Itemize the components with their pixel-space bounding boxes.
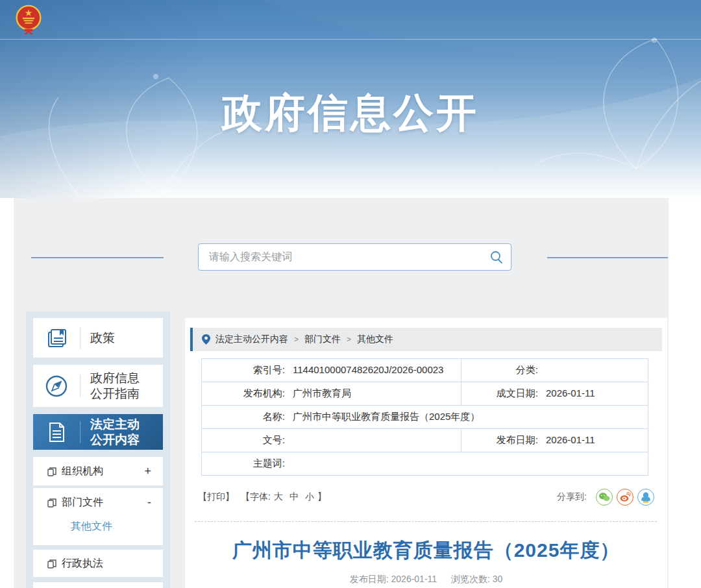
pages-icon — [47, 467, 56, 476]
font-size-large-button[interactable]: 大 — [274, 491, 283, 503]
sidebar-item-label: 政府信息公开指南 — [80, 371, 163, 402]
table-row: 索引号:11440100007482620J/2026-00023 分类: — [202, 359, 648, 382]
meta-written-date-cell: 成文日期:2026-01-11 — [461, 382, 648, 406]
page-banner: 政府信息公开 — [0, 0, 701, 198]
sidebar-item-legal-disclosure[interactable]: 法定主动公开内容 — [33, 414, 163, 450]
table-row: 名称:广州市中等职业教育质量报告（2025年度） — [202, 406, 648, 429]
subitem-label: 行政执法 — [62, 557, 151, 570]
sidebar-item-label: 政策 — [80, 330, 163, 346]
document-icon — [33, 421, 80, 444]
font-size-label: 【字体: — [241, 491, 271, 503]
search-icon — [489, 250, 504, 264]
table-row: 主题词: — [202, 452, 648, 476]
sidebar-subitem-partial — [33, 582, 163, 588]
page-title: 政府信息公开 — [0, 86, 701, 140]
sidebar-item-policy[interactable]: 政策 — [33, 318, 163, 358]
search-bar — [198, 243, 511, 271]
article-meta-line: 发布日期: 2026-01-11 浏览次数: 30 — [185, 574, 667, 585]
font-size-small-button[interactable]: 小 — [305, 491, 314, 503]
article-title: 广州市中等职业教育质量报告（2025年度） — [185, 537, 667, 564]
sidebar-subitem-other-files[interactable]: 其他文件 — [33, 517, 163, 539]
subitem-label: 组织机构 — [62, 465, 144, 478]
qq-icon — [641, 492, 650, 503]
weibo-share-button[interactable] — [617, 489, 633, 506]
weibo-icon — [619, 492, 631, 502]
main-panel: 法定主动公开内容 > 部门文件 > 其他文件 索引号:1144010000748… — [185, 318, 667, 588]
table-row: 发布机构:广州市教育局 成文日期:2026-01-11 — [202, 382, 648, 406]
collapse-minus-icon[interactable]: - — [147, 496, 151, 509]
publish-date-value: 2026-01-11 — [391, 574, 437, 584]
sidebar-subitem-organization[interactable]: 组织机构 + — [33, 457, 163, 485]
qq-share-button[interactable] — [637, 489, 654, 506]
font-size-medium-button[interactable]: 中 — [289, 491, 299, 503]
breadcrumb-item-root[interactable]: 法定主动公开内容 — [215, 334, 288, 345]
sidebar-item-guide[interactable]: 政府信息公开指南 — [33, 365, 163, 407]
breadcrumb-separator: > — [347, 335, 351, 344]
sidebar-subitem-law-enforcement[interactable]: 行政执法 — [33, 550, 163, 577]
location-pin-icon — [202, 334, 210, 345]
document-meta-table: 索引号:11440100007482620J/2026-00023 分类: 发布… — [201, 358, 648, 476]
search-input[interactable] — [199, 251, 482, 263]
wechat-share-button[interactable] — [596, 489, 613, 506]
pages-icon — [47, 498, 56, 508]
table-row: 文号: 发布日期:2026-01-11 — [202, 429, 648, 452]
meta-publish-date-cell: 发布日期:2026-01-11 — [461, 429, 648, 452]
publish-date-label: 发布日期: — [350, 574, 389, 584]
share-label: 分享到: — [557, 491, 587, 503]
views-value: 30 — [493, 574, 503, 584]
pages-icon — [47, 559, 56, 569]
expand-plus-icon[interactable]: + — [144, 465, 151, 478]
search-right-line — [547, 257, 668, 258]
search-button[interactable] — [482, 244, 511, 270]
sidebar-item-label: 法定主动公开内容 — [80, 417, 163, 448]
meta-docnum-cell: 文号: — [202, 429, 461, 452]
banner-divider-line — [0, 39, 701, 40]
compass-icon — [33, 373, 80, 399]
print-button[interactable]: 【打印】 — [198, 491, 234, 503]
book-icon — [33, 326, 80, 350]
breadcrumb-item-department[interactable]: 部门文件 — [304, 334, 341, 345]
meta-agency-cell: 发布机构:广州市教育局 — [202, 382, 461, 406]
breadcrumb: 法定主动公开内容 > 部门文件 > 其他文件 — [190, 328, 662, 351]
breadcrumb-separator: > — [294, 335, 299, 344]
dashed-divider — [195, 521, 657, 522]
search-left-line — [31, 257, 164, 258]
font-size-label-close: 】 — [317, 491, 326, 503]
meta-category-cell: 分类: — [461, 359, 648, 382]
sidebar-subitem-department-files: 部门文件 - 其他文件 — [33, 488, 163, 545]
wechat-icon — [598, 492, 610, 502]
meta-index-cell: 索引号:11440100007482620J/2026-00023 — [202, 359, 461, 382]
subitem-department-files-row[interactable]: 部门文件 - — [33, 488, 163, 517]
subitem-label: 部门文件 — [62, 496, 147, 509]
national-emblem-icon — [14, 5, 43, 34]
breadcrumb-item-current: 其他文件 — [357, 334, 393, 345]
meta-keywords-cell: 主题词: — [202, 452, 648, 476]
toolbar: 【打印】 【字体: 大 中 小 】 分享到: — [198, 488, 654, 506]
views-label: 浏览次数: — [451, 574, 490, 584]
meta-name-cell: 名称:广州市中等职业教育质量报告（2025年度） — [202, 406, 648, 429]
